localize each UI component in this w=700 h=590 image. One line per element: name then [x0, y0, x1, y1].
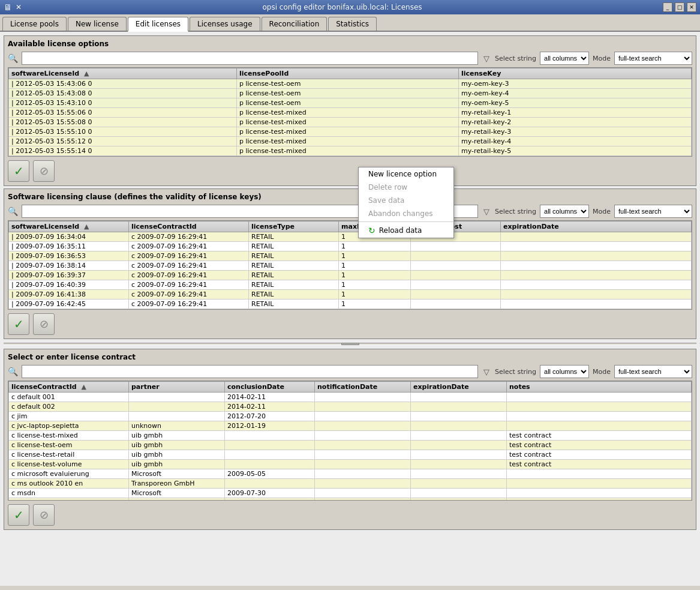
minimize-button[interactable]: _ — [663, 2, 672, 12]
panel2-confirm-button[interactable]: ✓ — [8, 313, 29, 335]
panel2-table: softwareLicenseId ▲ licenseContractId li… — [8, 221, 692, 309]
tab-reconciliation[interactable]: Reconciliation — [262, 17, 328, 31]
table-row[interactable]: | 2009-07-09 16:38:14c 2009-07-09 16:29:… — [9, 261, 692, 271]
panel1-table-wrapper: softwareLicenseId ▲ licensePoolId licens… — [8, 67, 692, 157]
panel3-columns-select[interactable]: all columns — [540, 365, 589, 378]
table-row[interactable]: | 2009-07-09 16:42:45c 2009-07-09 16:29:… — [9, 300, 692, 309]
table-row[interactable]: | 2012-05-03 15:55:08 0p license-test-mi… — [9, 118, 692, 127]
context-menu-reload-data[interactable]: ↻ Reload data — [359, 223, 453, 238]
maximize-button[interactable]: □ — [675, 2, 684, 12]
divider — [4, 343, 696, 345]
panel1-mode-select[interactable]: full-text search — [614, 52, 692, 65]
tab-statistics[interactable]: Statistics — [328, 17, 377, 31]
table-row[interactable]: | 2012-05-03 15:55:10 0p license-test-mi… — [9, 127, 692, 137]
panel2-mode-label: Mode — [593, 208, 611, 215]
table-row[interactable]: | 2012-05-03 15:55:14 0p license-test-mi… — [9, 146, 692, 156]
panel2-col-softwareLicenseId[interactable]: softwareLicenseId ▲ — [9, 221, 129, 232]
table-row[interactable]: c ms outlook 2010 enTransporeon GmbH — [9, 479, 692, 489]
panel2-columns-select[interactable]: all columns — [540, 205, 589, 218]
table-row[interactable]: | 2009-07-09 16:34:04c 2009-07-09 16:29:… — [9, 232, 692, 242]
table-row[interactable]: | 2009-07-09 16:40:39c 2009-07-09 16:29:… — [9, 280, 692, 290]
table-row[interactable]: c license-test-mixeduib gmbhtest contrac… — [9, 431, 692, 441]
panel3-col-partner[interactable]: partner — [129, 382, 225, 393]
panel3-search-icon[interactable]: 🔍 — [8, 367, 18, 376]
panel3-select-string-label: Select string — [495, 368, 536, 376]
table-row[interactable]: c default 0012014-02-11 — [9, 393, 692, 402]
panel-license-contract: Select or enter license contract 🔍 ▽ Sel… — [4, 349, 696, 530]
panel1-filter-icon: ▽ — [482, 53, 491, 63]
panel3-col-notes[interactable]: notes — [507, 382, 692, 393]
main-content: Available license options 🔍 ▽ Select str… — [0, 32, 700, 586]
table-row[interactable]: | 2009-07-09 16:35:11c 2009-07-09 16:29:… — [9, 242, 692, 251]
panel3-search-input[interactable] — [22, 365, 478, 378]
titlebar-x-btn[interactable]: ✕ — [16, 3, 22, 11]
panel2-btn-row: ✓ ⊘ — [8, 313, 692, 335]
panel-software-licensing-clause: Software licensing clause (defines the v… — [4, 188, 696, 339]
panel1-col-licensePoolId[interactable]: licensePoolId — [237, 68, 459, 79]
table-row[interactable]: c license-test-oemuib gmbhtest contract — [9, 441, 692, 450]
panel1-search-icon[interactable]: 🔍 — [8, 53, 18, 63]
context-menu-save-data[interactable]: Save data — [359, 194, 453, 207]
table-row[interactable]: | 2009-07-09 16:41:38c 2009-07-09 16:29:… — [9, 290, 692, 300]
table-row[interactable]: c default 0022014-02-11 — [9, 402, 692, 412]
panel2-select-string-label: Select string — [495, 208, 536, 215]
titlebar: 🖥 ✕ opsi config editor bonifax.uib.local… — [0, 0, 700, 14]
panel1-columns-select[interactable]: all columns — [540, 52, 589, 65]
tab-edit-licenses[interactable]: Edit licenses — [128, 17, 188, 32]
context-menu-new-licence-option[interactable]: New licence option — [359, 167, 453, 181]
panel1-col-licenseKey[interactable]: licenseKey — [459, 68, 692, 79]
panel2-col-licenseType[interactable]: licenseType — [249, 221, 339, 232]
panel2-filter-row: 🔍 ▽ Select string all columns Mode full-… — [8, 205, 692, 218]
reload-icon: ↻ — [368, 226, 375, 235]
table-row[interactable]: c jvc-laptop-sepiettaunknown2012-01-19 — [9, 421, 692, 431]
panel3-cancel-button[interactable]: ⊘ — [33, 504, 55, 526]
tab-new-license[interactable]: New license — [68, 17, 127, 31]
context-menu-abandon-changes[interactable]: Abandon changes — [359, 207, 453, 220]
table-row[interactable]: c mzks2018-09-21 — [9, 498, 692, 501]
panel3-filter-row: 🔍 ▽ Select string all columns Mode full-… — [8, 365, 692, 378]
panel1-filter-row: 🔍 ▽ Select string all columns Mode full-… — [8, 52, 692, 65]
table-row[interactable]: | 2009-07-09 16:36:53c 2009-07-09 16:29:… — [9, 251, 692, 261]
table-row[interactable]: | 2012-05-03 15:55:12 0p license-test-mi… — [9, 137, 692, 146]
panel1-search-input[interactable] — [22, 52, 478, 65]
panel1-table: softwareLicenseId ▲ licensePoolId licens… — [8, 68, 692, 156]
table-row[interactable]: c msdnMicrosoft2009-07-30 — [9, 489, 692, 498]
tab-licenses-usage[interactable]: Licenses usage — [190, 17, 260, 31]
table-row[interactable]: | 2009-07-09 16:39:37c 2009-07-09 16:29:… — [9, 271, 692, 280]
panel1-title: Available license options — [8, 40, 692, 48]
panel1-confirm-button[interactable]: ✓ — [8, 160, 29, 182]
panel3-col-conclusionDate[interactable]: conclusionDate — [225, 382, 315, 393]
table-row[interactable]: c jim2012-07-20 — [9, 412, 692, 421]
tab-license-pools[interactable]: License pools — [2, 17, 67, 31]
context-menu-delete-row[interactable]: Delete row — [359, 181, 453, 194]
table-row[interactable]: c microsoft evaluierungMicrosoft2009-05-… — [9, 469, 692, 479]
table-row[interactable]: c license-test-retailuib gmbhtest contra… — [9, 450, 692, 460]
panel2-col-licenseContractId[interactable]: licenseContractId — [129, 221, 249, 232]
table-row[interactable]: | 2012-05-03 15:43:10 0p license-test-oe… — [9, 98, 692, 108]
tabbar: License pools New license Edit licenses … — [0, 14, 700, 32]
panel3-table-wrapper: licenseContractId ▲ partner conclusionDa… — [8, 381, 692, 501]
table-row[interactable]: | 2012-05-03 15:55:06 0p license-test-mi… — [9, 108, 692, 118]
panel3-mode-label: Mode — [593, 368, 611, 376]
panel2-cancel-button[interactable]: ⊘ — [33, 313, 55, 335]
close-button[interactable]: ✕ — [687, 2, 696, 12]
table-row[interactable]: | 2012-05-03 15:43:06 0p license-test-oe… — [9, 79, 692, 89]
panel3-confirm-button[interactable]: ✓ — [8, 504, 29, 526]
panel2-search-icon[interactable]: 🔍 — [8, 206, 18, 216]
panel2-table-wrapper: softwareLicenseId ▲ licenseContractId li… — [8, 220, 692, 310]
panel2-mode-select[interactable]: full-text search — [614, 205, 692, 218]
table-row[interactable]: | 2012-05-03 15:43:08 0p license-test-oe… — [9, 89, 692, 98]
table-row[interactable]: c license-test-volumeuib gmbhtest contra… — [9, 460, 692, 469]
panel1-col-softwareLicenseId[interactable]: softwareLicenseId ▲ — [9, 68, 237, 79]
panel3-table: licenseContractId ▲ partner conclusionDa… — [8, 381, 692, 501]
panel3-col-licenseContractId[interactable]: licenseContractId ▲ — [9, 382, 129, 393]
context-menu: New licence option Delete row Save data … — [358, 167, 454, 238]
panel3-col-notificationDate[interactable]: notificationDate — [315, 382, 411, 393]
panel1-cancel-button[interactable]: ⊘ — [33, 160, 55, 182]
titlebar-left: 🖥 ✕ — [4, 2, 22, 12]
divider-handle[interactable] — [341, 343, 359, 345]
panel3-mode-select[interactable]: full-text search — [614, 365, 692, 378]
panel3-col-expirationDate[interactable]: expirationDate — [411, 382, 507, 393]
panel2-col-expirationDate[interactable]: expirationDate — [501, 221, 692, 232]
titlebar-title: opsi config editor bonifax.uib.local: Li… — [22, 3, 663, 11]
